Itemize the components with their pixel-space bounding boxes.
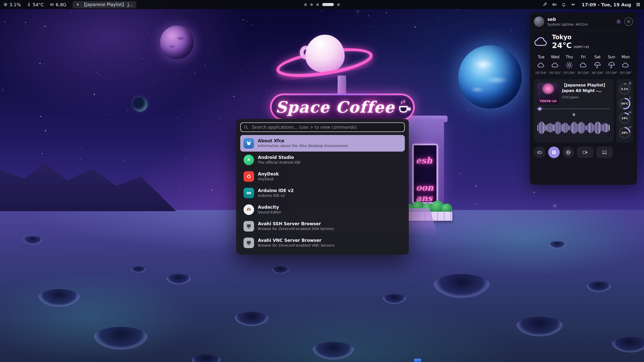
- purple-planet: [160, 26, 194, 59]
- apps-button[interactable]: [548, 147, 560, 158]
- media-player-card: TOKYO LO 【Japanese Playlist】 Japan All N…: [534, 79, 614, 143]
- star: [136, 48, 136, 48]
- panel-buttons: [534, 147, 633, 158]
- star: [521, 103, 522, 103]
- waveform-bar: [596, 122, 597, 134]
- star: [640, 44, 640, 45]
- star: [368, 15, 369, 16]
- star: [154, 81, 155, 81]
- ram-icon: [50, 3, 54, 7]
- waveform-bar: [564, 123, 565, 133]
- star: [27, 106, 27, 107]
- star: [266, 90, 267, 91]
- cloud-icon: [580, 61, 587, 69]
- app-row-avahi-ssh[interactable]: Avahi SSH Server Browser Browse for Zero…: [240, 218, 405, 235]
- workspace-active-pill[interactable]: [322, 3, 334, 6]
- star: [184, 114, 184, 115]
- tools-icon[interactable]: [543, 2, 547, 7]
- weather-current: Tokyo 24°C (GMT+9): [534, 34, 633, 50]
- pause-button[interactable]: [537, 112, 610, 117]
- star: [242, 25, 242, 25]
- star: [321, 11, 322, 11]
- star: [4, 21, 5, 22]
- star: [468, 110, 468, 110]
- sun-icon: [566, 61, 573, 69]
- battery-icon[interactable]: [552, 2, 557, 7]
- crater: [131, 266, 146, 273]
- app-name: Android Studio: [258, 155, 300, 160]
- app-row-about-xfce[interactable]: About Xfce Information about the Xfce De…: [240, 135, 405, 152]
- app-row-arduino[interactable]: Arduino IDE v2 Arduino IDE v2: [240, 185, 405, 201]
- star: [81, 159, 81, 159]
- waveform-bar: [577, 124, 577, 132]
- saturn-cup: [276, 35, 373, 87]
- waveform-bar: [551, 123, 552, 132]
- globe-button[interactable]: [562, 147, 574, 158]
- crater: [516, 317, 564, 337]
- app-row-android-studio[interactable]: Android Studio The official Android IDE: [240, 152, 405, 168]
- star: [244, 77, 245, 77]
- star: [476, 186, 477, 187]
- workspace-dot-5[interactable]: [337, 3, 340, 6]
- pause-icon: [572, 112, 576, 117]
- screen-record-button[interactable]: [577, 147, 593, 158]
- star: [370, 25, 371, 26]
- star: [159, 124, 160, 124]
- waveform-bar: [593, 125, 594, 131]
- crater: [611, 337, 644, 353]
- waveform-bar: [586, 125, 587, 130]
- search-input[interactable]: [240, 122, 405, 132]
- temp-indicator: 54°C: [27, 2, 44, 7]
- app-grid-icon: [551, 150, 556, 155]
- star: [511, 31, 512, 31]
- crater: [23, 236, 43, 245]
- power-button[interactable]: [624, 17, 633, 26]
- workspace-dot-2[interactable]: [310, 3, 313, 6]
- media-subtitle: Chill Japan.: [562, 95, 610, 99]
- waveform: [537, 119, 610, 136]
- xfce-icon: [244, 138, 254, 149]
- display-button[interactable]: [596, 147, 613, 158]
- star: [216, 67, 217, 67]
- app-row-audacity[interactable]: Audacity Sound Editor: [240, 201, 405, 218]
- now-playing-button[interactable]: 【Japanese Playlist】 J...: [72, 1, 137, 8]
- star: [554, 186, 554, 186]
- app-row-anydesk[interactable]: AnyDesk AnyDesk: [240, 168, 405, 185]
- volume-icon[interactable]: [571, 2, 575, 7]
- gamepad-button[interactable]: [534, 147, 545, 158]
- forecast-day: Fri 35°/26°: [577, 55, 590, 75]
- app-row-avahi-vnc[interactable]: Avahi VNC Server Browser Browse for Zero…: [240, 235, 405, 251]
- waveform-bar: [562, 124, 563, 132]
- app-desc: Information about the Xfce Desktop Envir…: [258, 144, 348, 148]
- top-bar-right: 17:09 - Tue, 19 Aug: [543, 2, 640, 7]
- star: [60, 126, 61, 126]
- waveform-bar: [570, 126, 570, 130]
- clock[interactable]: 17:09 - Tue, 19 Aug: [582, 2, 631, 7]
- app-name: About Xfce: [258, 138, 348, 144]
- app-grid-icon[interactable]: [636, 2, 640, 7]
- workspace-dot-1[interactable]: [304, 3, 307, 6]
- waveform-bar: [603, 123, 604, 132]
- crater: [93, 327, 148, 350]
- media-progress-knob[interactable]: [538, 107, 541, 110]
- bell-icon[interactable]: [561, 2, 566, 7]
- star: [476, 203, 477, 204]
- media-zone: TOKYO LO 【Japanese Playlist】 Japan All N…: [534, 79, 633, 143]
- star: [169, 104, 170, 104]
- app-desc: The official Android IDE: [258, 160, 300, 165]
- waveform-bar: [556, 122, 556, 133]
- star: [51, 51, 51, 52]
- waveform-bar: [574, 122, 575, 134]
- cloud-icon: [622, 61, 629, 69]
- star: [457, 176, 457, 177]
- now-playing-label: 【Japanese Playlist】 J...: [82, 2, 133, 8]
- waveform-bar: [592, 123, 593, 132]
- media-progress-bar[interactable]: [537, 108, 610, 109]
- workspace-dot-3[interactable]: [316, 3, 319, 6]
- crater: [272, 266, 289, 274]
- settings-gear-icon[interactable]: [616, 19, 621, 24]
- waveform-bar: [571, 124, 572, 132]
- waveform-bar: [567, 123, 568, 132]
- app-list: About Xfce Information about the Xfce De…: [240, 135, 405, 251]
- star: [205, 65, 206, 65]
